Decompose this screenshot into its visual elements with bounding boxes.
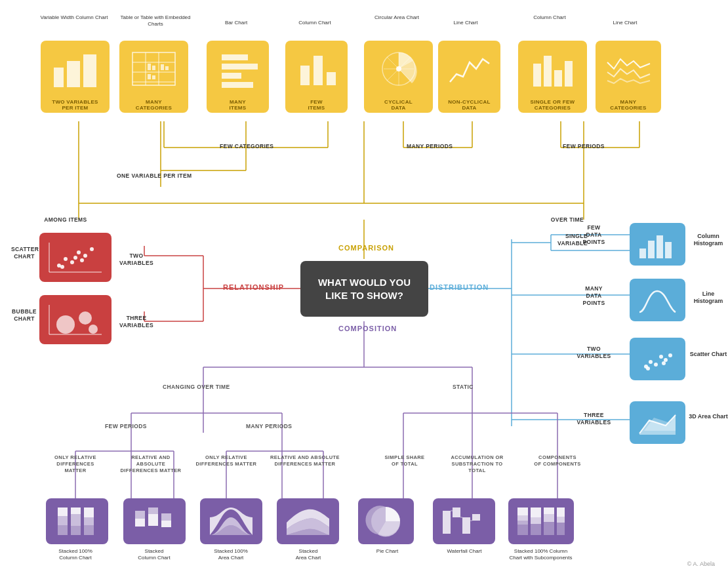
svg-rect-123 <box>71 507 81 514</box>
svg-point-96 <box>60 265 64 269</box>
svg-rect-77 <box>300 66 310 85</box>
label-simple-share: SIMPLE SHAREOF TOTAL <box>375 454 434 468</box>
label-relative-absolute-few: RELATIVE AND ABSOLUTEDIFFERENCES MATTER <box>118 454 184 473</box>
card-3d-area <box>630 401 685 444</box>
label-only-relative-many: ONLY RELATIVEDIFFERENCES MATTER <box>193 454 259 468</box>
svg-rect-76 <box>222 82 253 88</box>
card-sublabel-2: MANY ITEMS <box>228 98 249 113</box>
svg-rect-108 <box>657 235 663 258</box>
label-over-time: OVER TIME <box>538 216 597 224</box>
stacked100-col-icon <box>46 498 108 544</box>
stacked-area-icon <box>277 498 339 544</box>
svg-point-91 <box>64 257 68 261</box>
svg-point-114 <box>664 358 668 362</box>
top-card-title-7: Line Chart <box>596 20 655 26</box>
card-column-few: FEW ITEMS <box>285 41 348 113</box>
scatter-icon <box>39 233 111 282</box>
svg-rect-79 <box>327 72 336 85</box>
label-one-var-per-item: ONE VARIABLE PER ITEM <box>117 172 192 180</box>
card-stacked-col <box>123 498 186 544</box>
top-card-title-6: Column Chart <box>517 14 582 21</box>
svg-rect-137 <box>453 507 460 517</box>
card-line-noncyc: NON-CYCLICAL DATA <box>438 41 500 113</box>
variable-width-icon <box>41 41 110 98</box>
waterfall-label: Waterfall Chart <box>432 548 496 555</box>
label-two-vars: TWOVARIABLES <box>119 252 153 267</box>
comparison-label: COMPARISON <box>338 244 394 252</box>
label-few-data-points: FEWDATAPOINTS <box>573 224 615 246</box>
svg-rect-89 <box>565 61 573 87</box>
pie-label: Pie Chart <box>359 548 415 555</box>
bar-icon <box>207 41 269 98</box>
svg-rect-148 <box>531 517 541 524</box>
svg-point-85 <box>396 66 401 71</box>
card-waterfall <box>433 498 495 544</box>
card-stacked100-sub <box>508 498 574 544</box>
svg-rect-138 <box>462 517 470 534</box>
card-sublabel-5: NON-CYCLICAL DATA <box>446 98 492 113</box>
svg-point-116 <box>646 367 650 370</box>
svg-point-94 <box>83 254 87 258</box>
3d-area-icon <box>630 401 685 444</box>
svg-point-113 <box>659 355 663 359</box>
svg-rect-73 <box>222 54 248 60</box>
card-stacked100-col <box>46 498 108 544</box>
svg-rect-88 <box>554 70 562 87</box>
svg-rect-125 <box>71 526 81 535</box>
label-accumulation: ACCUMULATION ORSUBSTRACTION TO TOTAL <box>443 454 512 473</box>
composition-label: COMPOSITION <box>338 325 397 332</box>
svg-rect-129 <box>135 519 145 527</box>
svg-point-115 <box>668 353 672 357</box>
stacked100-col-label: Stacked 100%Column Chart <box>43 548 108 561</box>
svg-point-117 <box>662 361 666 365</box>
card-circular-area: CYCLICAL DATA <box>364 41 433 113</box>
svg-rect-70 <box>165 66 169 70</box>
card-col-histogram <box>630 223 685 266</box>
svg-rect-107 <box>648 241 655 258</box>
svg-rect-67 <box>148 64 151 70</box>
svg-point-111 <box>649 360 653 364</box>
svg-rect-71 <box>148 74 151 79</box>
line-histogram-icon <box>630 279 685 321</box>
label-many-periods: MANY PERIODS <box>407 143 453 150</box>
distribution-label: DISTRIBUTION <box>430 283 489 291</box>
svg-rect-131 <box>148 514 158 526</box>
top-card-title-5: Line Chart <box>436 20 495 26</box>
column-few-icon <box>285 41 348 98</box>
center-box: WHAT WOULD YOULIKE TO SHOW? <box>300 261 428 317</box>
bubble-icon <box>39 295 111 344</box>
stacked-area-label: StackedArea Chart <box>275 548 341 561</box>
card-scatter-dist <box>630 338 685 380</box>
circular-area-icon <box>364 41 433 98</box>
svg-rect-59 <box>67 61 80 87</box>
svg-rect-69 <box>161 64 164 70</box>
stacked-col-label: StackedColumn Chart <box>121 548 187 561</box>
card-bubble <box>39 295 111 344</box>
svg-rect-134 <box>161 513 171 521</box>
label-changing-over-time: CHANGING OVER TIME <box>163 384 230 391</box>
svg-point-92 <box>70 260 74 264</box>
label-three-vars-dist: THREEVARIABLES <box>573 412 615 426</box>
scatter-dist-label: Scatter Chart <box>689 351 728 358</box>
3d-area-label: 3D Area Chart <box>689 413 728 420</box>
stacked100-sub-icon <box>508 498 574 544</box>
card-sublabel-1: MANY CATEGORIES <box>134 98 174 113</box>
card-line-many: MANY CATEGORIES <box>596 41 661 113</box>
top-card-title-1: Table or Table with Embedded Charts <box>119 14 192 27</box>
svg-rect-145 <box>517 521 528 525</box>
svg-point-93 <box>77 250 81 254</box>
label-relative-absolute-many: RELATIVE AND ABSOLUTEDIFFERENCES MATTER <box>269 454 341 468</box>
card-sublabel-7: MANY CATEGORIES <box>608 98 648 113</box>
line-noncyc-icon <box>438 41 500 98</box>
col-histogram-label: Column Histogram <box>689 233 728 247</box>
card-variable-width: TWO VARIABLES PER ITEM <box>41 41 110 113</box>
svg-rect-58 <box>54 68 64 87</box>
svg-rect-147 <box>531 507 541 517</box>
svg-rect-128 <box>84 525 94 535</box>
card-column-few2: SINGLE OR FEW CATEGORIES <box>518 41 587 113</box>
card-line-histogram <box>630 279 685 321</box>
top-card-title-3: Column Chart <box>285 20 344 26</box>
column-few2-icon <box>518 41 587 98</box>
svg-rect-146 <box>517 525 528 535</box>
credit-label: © A. Abela <box>687 561 715 567</box>
